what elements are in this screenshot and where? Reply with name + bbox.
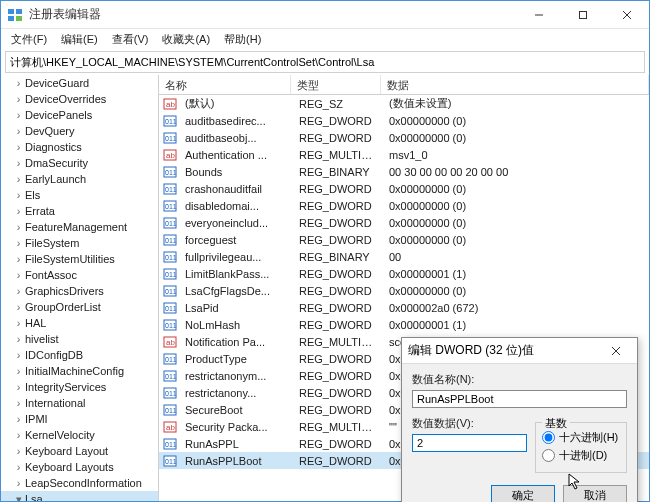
tree-item[interactable]: ›EarlyLaunch	[1, 171, 158, 187]
value-row[interactable]: 011auditbaseobj...REG_DWORD0x00000000 (0…	[159, 129, 649, 146]
tree-item[interactable]: ›DevicePanels	[1, 107, 158, 123]
ok-button[interactable]: 确定	[491, 485, 555, 502]
tree-item[interactable]: ›International	[1, 395, 158, 411]
menu-file[interactable]: 文件(F)	[5, 30, 53, 49]
tree-item[interactable]: ›Els	[1, 187, 158, 203]
value-data: 0x00000000 (0)	[383, 217, 649, 229]
value-type: REG_DWORD	[293, 183, 383, 195]
tree-item[interactable]: ›FeatureManagement	[1, 219, 158, 235]
tree-item[interactable]: ›IntegrityServices	[1, 379, 158, 395]
tree-item[interactable]: ›FileSystemUtilities	[1, 251, 158, 267]
close-button[interactable]	[605, 1, 649, 29]
address-bar[interactable]: 计算机\HKEY_LOCAL_MACHINE\SYSTEM\CurrentCon…	[5, 51, 645, 73]
tree-item[interactable]: ▾Lsa	[1, 491, 158, 501]
value-row[interactable]: 011forceguestREG_DWORD0x00000000 (0)	[159, 231, 649, 248]
value-data-label: 数值数据(V):	[412, 416, 527, 431]
tree-item[interactable]: ›Keyboard Layout	[1, 443, 158, 459]
value-type: REG_DWORD	[293, 353, 383, 365]
value-row[interactable]: 011BoundsREG_BINARY00 30 00 00 00 20 00 …	[159, 163, 649, 180]
radio-hex[interactable]: 十六进制(H)	[542, 430, 620, 445]
tree-item[interactable]: ›DeviceGuard	[1, 75, 158, 91]
value-name: crashonauditfail	[179, 183, 293, 195]
value-row[interactable]: 011auditbasedirec...REG_DWORD0x00000000 …	[159, 112, 649, 129]
tree-item[interactable]: ›InitialMachineConfig	[1, 363, 158, 379]
svg-text:011: 011	[165, 322, 177, 329]
minimize-button[interactable]	[517, 1, 561, 29]
tree-item-label: Diagnostics	[25, 141, 82, 153]
column-name[interactable]: 名称	[159, 75, 291, 94]
tree-item-label: IDConfigDB	[25, 349, 83, 361]
value-row[interactable]: 011NoLmHashREG_DWORD0x00000001 (1)	[159, 316, 649, 333]
tree-item-label: EarlyLaunch	[25, 173, 86, 185]
radio-dec[interactable]: 十进制(D)	[542, 448, 620, 463]
value-type: REG_DWORD	[293, 217, 383, 229]
maximize-button[interactable]	[561, 1, 605, 29]
value-row[interactable]: 011LimitBlankPass...REG_DWORD0x00000001 …	[159, 265, 649, 282]
binary-value-icon: 011	[163, 250, 177, 264]
tree-item[interactable]: ›DevQuery	[1, 123, 158, 139]
tree-item[interactable]: ›LeapSecondInformation	[1, 475, 158, 491]
value-row[interactable]: 011crashonauditfailREG_DWORD0x00000000 (…	[159, 180, 649, 197]
tree-item[interactable]: ›IDConfigDB	[1, 347, 158, 363]
tree-item[interactable]: ›FontAssoc	[1, 267, 158, 283]
value-name: restrictanonym...	[179, 370, 293, 382]
value-row[interactable]: 011LsaPidREG_DWORD0x000002a0 (672)	[159, 299, 649, 316]
menu-favorites[interactable]: 收藏夹(A)	[156, 30, 216, 49]
svg-text:011: 011	[165, 169, 177, 176]
tree-item[interactable]: ›HAL	[1, 315, 158, 331]
value-data: 0x00000000 (0)	[383, 200, 649, 212]
tree-item-label: DmaSecurity	[25, 157, 88, 169]
chevron-right-icon: ›	[13, 204, 24, 218]
svg-rect-5	[580, 11, 587, 18]
value-data: (数值未设置)	[383, 96, 649, 111]
dialog-title: 编辑 DWORD (32 位)值	[408, 342, 601, 359]
tree-item[interactable]: ›IPMI	[1, 411, 158, 427]
tree-item[interactable]: ›Keyboard Layouts	[1, 459, 158, 475]
value-type: REG_BINARY	[293, 251, 383, 263]
value-type: REG_DWORD	[293, 268, 383, 280]
binary-value-icon: 011	[163, 318, 177, 332]
column-data[interactable]: 数据	[381, 75, 649, 94]
value-name: SecureBoot	[179, 404, 293, 416]
tree-pane[interactable]: ›DeviceGuard›DeviceOverrides›DevicePanel…	[1, 75, 159, 501]
value-row[interactable]: ab(默认)REG_SZ(数值未设置)	[159, 95, 649, 112]
value-row[interactable]: 011everyoneinclud...REG_DWORD0x00000000 …	[159, 214, 649, 231]
tree-item[interactable]: ›FileSystem	[1, 235, 158, 251]
cancel-button[interactable]: 取消	[563, 485, 627, 502]
svg-text:011: 011	[165, 288, 177, 295]
svg-text:ab: ab	[166, 100, 175, 109]
tree-item-label: DevicePanels	[25, 109, 92, 121]
menu-view[interactable]: 查看(V)	[106, 30, 155, 49]
svg-text:011: 011	[165, 135, 177, 142]
menu-edit[interactable]: 编辑(E)	[55, 30, 104, 49]
tree-item[interactable]: ›Errata	[1, 203, 158, 219]
svg-text:011: 011	[165, 305, 177, 312]
radio-dec-input[interactable]	[542, 449, 555, 462]
tree-item[interactable]: ›KernelVelocity	[1, 427, 158, 443]
tree-item[interactable]: ›DeviceOverrides	[1, 91, 158, 107]
menu-help[interactable]: 帮助(H)	[218, 30, 267, 49]
chevron-right-icon: ›	[13, 124, 24, 138]
binary-value-icon: 011	[163, 182, 177, 196]
tree-item[interactable]: ›GroupOrderList	[1, 299, 158, 315]
tree-item-label: FileSystemUtilities	[25, 253, 115, 265]
svg-rect-1	[16, 9, 22, 14]
value-row[interactable]: abAuthentication ...REG_MULTI_SZmsv1_0	[159, 146, 649, 163]
value-row[interactable]: 011LsaCfgFlagsDe...REG_DWORD0x00000000 (…	[159, 282, 649, 299]
tree-item-label: Errata	[25, 205, 55, 217]
radio-hex-input[interactable]	[542, 431, 555, 444]
value-name-field[interactable]	[412, 390, 627, 408]
chevron-right-icon: ›	[13, 348, 24, 362]
tree-item[interactable]: ›Diagnostics	[1, 139, 158, 155]
value-row[interactable]: 011fullprivilegeau...REG_BINARY00	[159, 248, 649, 265]
tree-item[interactable]: ›DmaSecurity	[1, 155, 158, 171]
dialog-close-button[interactable]	[601, 339, 631, 363]
value-row[interactable]: 011disabledomai...REG_DWORD0x00000000 (0…	[159, 197, 649, 214]
value-name: Notification Pa...	[179, 336, 293, 348]
value-data-field[interactable]	[412, 434, 527, 452]
column-type[interactable]: 类型	[291, 75, 381, 94]
tree-item[interactable]: ›GraphicsDrivers	[1, 283, 158, 299]
dialog-titlebar[interactable]: 编辑 DWORD (32 位)值	[402, 338, 637, 364]
value-data: msv1_0	[383, 149, 649, 161]
tree-item[interactable]: ›hivelist	[1, 331, 158, 347]
